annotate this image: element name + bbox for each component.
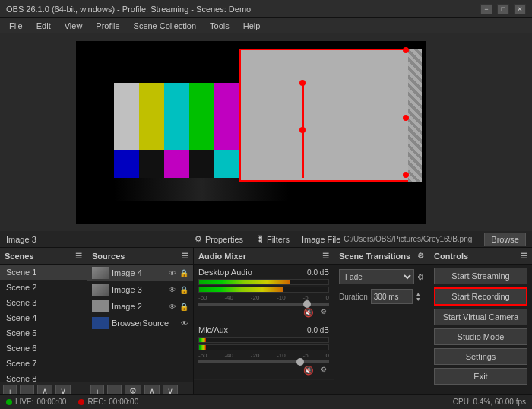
menu-tools[interactable]: Tools	[204, 20, 236, 32]
selection-handle-bottom-right[interactable]	[403, 172, 409, 178]
duration-input[interactable]	[371, 289, 413, 304]
transitions-panel-header: Scene Transitions ⚙	[334, 248, 429, 265]
source-item[interactable]: BrowserSource 👁	[87, 315, 193, 331]
active-source-name: Image 3	[6, 235, 188, 244]
exit-button[interactable]: Exit	[434, 368, 527, 385]
image-file-section: Image File C:/Users/OBS/Pictures/Grey169…	[302, 235, 472, 244]
start-recording-button[interactable]: Start Recording	[434, 287, 527, 306]
volume-thumb[interactable]	[296, 358, 304, 366]
selection-handle-mid-right[interactable]	[403, 115, 409, 121]
properties-bar: ⚙ Properties 🎛 Filters Image File C:/Use…	[195, 233, 526, 246]
scenes-menu-icon[interactable]: ☰	[75, 252, 82, 260]
controls-body: Start Streaming Start Recording Start Vi…	[429, 265, 532, 388]
close-button[interactable]: ✕	[514, 4, 526, 14]
audio-menu-icon[interactable]: ☰	[322, 252, 329, 260]
menu-help[interactable]: Help	[237, 20, 267, 32]
scene-item[interactable]: Scene 1	[0, 265, 87, 280]
live-dot	[6, 399, 12, 405]
gear-icon: ⚙	[195, 234, 202, 244]
scene-item[interactable]: Scene 8	[0, 371, 87, 382]
menu-profile[interactable]: Profile	[90, 20, 125, 32]
source-thumbnail	[92, 300, 109, 312]
menu-bar: File Edit View Profile Scene Collection …	[0, 18, 532, 33]
mute-button[interactable]: 🔇	[301, 307, 316, 319]
start-virtual-camera-button[interactable]: Start Virtual Camera	[434, 309, 527, 325]
studio-mode-button[interactable]: Studio Mode	[434, 328, 527, 345]
source-lock-icon[interactable]: 🔒	[179, 286, 188, 294]
source-thumbnail	[92, 267, 109, 279]
scene-transitions-panel: Scene Transitions ⚙ Fade Cut Swipe Slide…	[334, 248, 429, 400]
source-item[interactable]: Image 2 👁 🔒	[87, 298, 193, 315]
desktop-audio-volume-slider[interactable]	[198, 303, 329, 306]
source-name-label: Image 2	[112, 302, 142, 311]
grey-overlay-box[interactable]	[239, 49, 422, 182]
duration-up-arrow[interactable]: ▲	[416, 291, 421, 296]
source-lock-icon[interactable]: 🔒	[179, 303, 188, 311]
source-visibility-icon[interactable]: 👁	[169, 303, 176, 311]
source-lock-icon[interactable]: 🔒	[179, 269, 188, 277]
source-visibility-icon[interactable]: 👁	[169, 269, 176, 277]
transition-type-row: Fade Cut Swipe Slide Stinger Luma Wipe ⚙	[339, 269, 424, 284]
window-controls: − □ ✕	[480, 4, 526, 14]
start-streaming-button[interactable]: Start Streaming	[434, 268, 527, 284]
rec-dot	[78, 399, 84, 405]
sources-list: Image 4 👁 🔒 Image 3 👁 🔒 Image 2 👁 🔒 Brow…	[87, 265, 193, 382]
audio-mixer-header: Audio Mixer ☰	[194, 248, 334, 265]
maximize-button[interactable]: □	[497, 4, 509, 14]
minimize-button[interactable]: −	[480, 4, 492, 14]
scene-item[interactable]: Scene 6	[0, 341, 87, 356]
scene-item[interactable]: Scene 5	[0, 325, 87, 341]
scenes-panel-header: Scenes ☰	[0, 248, 87, 265]
settings-button[interactable]: Settings	[434, 348, 527, 365]
source-name-label: BrowserSource	[112, 319, 169, 328]
mic-aux-volume-slider[interactable]	[198, 360, 329, 363]
filters-button[interactable]: 🎛 Filters	[255, 235, 290, 244]
browse-button[interactable]: Browse	[484, 233, 526, 246]
scenes-list: Scene 1 Scene 2 Scene 3 Scene 4 Scene 5 …	[0, 265, 87, 382]
properties-button[interactable]: ⚙ Properties	[195, 234, 243, 244]
audio-track-controls: 🔇 ⚙	[198, 307, 329, 319]
source-visibility-icon[interactable]: 👁	[181, 319, 188, 328]
duration-down-arrow[interactable]: ▼	[416, 296, 421, 302]
menu-file[interactable]: File	[3, 20, 29, 32]
sources-panel-header: Sources ☰	[87, 248, 193, 265]
transition-settings-icon[interactable]: ⚙	[417, 273, 424, 281]
menu-edit[interactable]: Edit	[30, 20, 57, 32]
audio-meter-top	[198, 279, 329, 285]
mute-button[interactable]: 🔇	[301, 365, 316, 376]
meter-fill	[199, 338, 206, 342]
volume-thumb[interactable]	[303, 300, 311, 308]
scene-item[interactable]: Scene 4	[0, 310, 87, 325]
source-visibility-icon[interactable]: 👁	[169, 286, 176, 294]
selection-handle-mid-center[interactable]	[299, 127, 306, 133]
audio-settings-icon[interactable]: ⚙	[318, 365, 329, 376]
live-indicator: LIVE: 00:00:00	[6, 398, 66, 406]
sources-menu-icon[interactable]: ☰	[182, 252, 188, 260]
scene-item[interactable]: Scene 7	[0, 356, 87, 371]
menu-scene-collection[interactable]: Scene Collection	[128, 20, 203, 32]
cpu-indicator: CPU: 0.4%, 60.00 fps	[453, 398, 526, 406]
audio-meter-top	[198, 337, 329, 343]
preview-canvas	[76, 41, 426, 224]
meter-fill	[199, 287, 283, 292]
selection-handle-top-center[interactable]	[299, 80, 306, 86]
sources-panel: Sources ☰ Image 4 👁 🔒 Image 3 👁 🔒 Image …	[87, 248, 194, 400]
audio-mixer-panel: Audio Mixer ☰ Desktop Audio 0.0 dB -60-4…	[194, 248, 334, 400]
menu-view[interactable]: View	[59, 20, 89, 32]
controls-menu-icon[interactable]: ☰	[521, 252, 527, 260]
source-item[interactable]: Image 3 👁 🔒	[87, 281, 193, 298]
scene-item[interactable]: Scene 3	[0, 295, 87, 310]
scene-item[interactable]: Scene 2	[0, 280, 87, 295]
transition-type-select[interactable]: Fade Cut Swipe Slide Stinger Luma Wipe	[339, 269, 414, 284]
source-item[interactable]: Image 4 👁 🔒	[87, 265, 193, 281]
scenes-panel: Scenes ☰ Scene 1 Scene 2 Scene 3 Scene 4…	[0, 248, 87, 400]
transitions-body: Fade Cut Swipe Slide Stinger Luma Wipe ⚙…	[334, 265, 429, 309]
bottom-panels: Scenes ☰ Scene 1 Scene 2 Scene 3 Scene 4…	[0, 248, 532, 400]
transitions-menu-icon[interactable]: ⚙	[417, 252, 424, 260]
audio-settings-icon[interactable]: ⚙	[318, 307, 329, 319]
audio-meter-bottom	[198, 287, 329, 293]
window-title: OBS 26.1.0 (64-bit, windows) - Profile: …	[6, 5, 251, 14]
source-thumbnail	[92, 317, 109, 329]
selection-handle-top-right[interactable]	[403, 47, 409, 53]
audio-track-db: 0.0 dB	[307, 326, 329, 334]
